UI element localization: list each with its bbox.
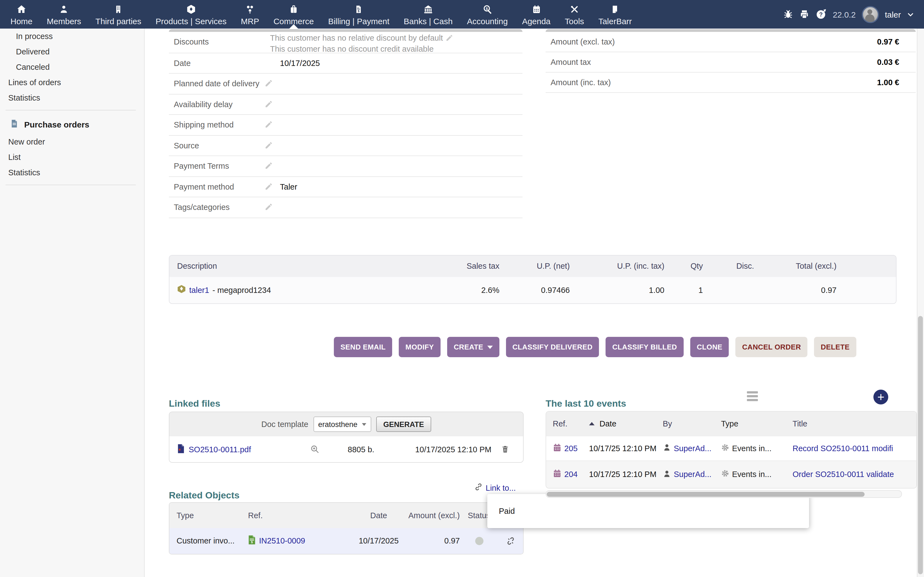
sidebar-item-lines-of-orders[interactable]: Lines of orders (0, 75, 144, 90)
create-button[interactable]: CREATE (447, 337, 499, 357)
event-title-link[interactable]: Order SO2510-0011 validate (793, 470, 894, 479)
third-parties-icon (114, 4, 123, 15)
event-ref-link[interactable]: 204 (564, 470, 577, 479)
chevron-down-icon[interactable] (907, 11, 914, 18)
trash-icon[interactable] (491, 445, 519, 454)
field-row-source: Source (169, 135, 522, 156)
event-ref-link[interactable]: 205 (564, 444, 577, 453)
field-row-planned-delivery: Planned date of delivery (169, 74, 522, 94)
status-tooltip: Paid (487, 494, 809, 528)
col-header-total: Total (excl.) (758, 262, 841, 271)
edit-pencil-icon[interactable] (265, 100, 273, 110)
list-icon[interactable] (747, 391, 758, 401)
related-objects-table: Type Ref. Date Amount (excl.) Status Cus… (169, 502, 523, 554)
doc-template-select[interactable]: eratosthene (313, 417, 371, 432)
nav-item-home[interactable]: Home (3, 0, 40, 29)
event-row: 204 10/17/25 12:10 PM SuperAd... Events … (546, 461, 916, 488)
col-header-title[interactable]: Title (793, 419, 916, 428)
print-icon[interactable] (799, 9, 809, 19)
field-label: Payment Terms (174, 156, 229, 176)
left-sidebar: In process Delivered Canceled Lines of o… (0, 29, 145, 577)
related-amount: 0.97 (413, 537, 460, 545)
sidebar-section-purchase-orders[interactable]: Purchase orders (0, 115, 144, 134)
related-header-row: Type Ref. Date Amount (excl.) Status (170, 503, 523, 528)
file-size: 8805 b. (330, 445, 374, 454)
col-header-by[interactable]: By (663, 419, 721, 428)
nav-item-tools[interactable]: Tools (558, 0, 591, 29)
link-to-action[interactable]: Link to... (474, 482, 516, 493)
related-ref-link[interactable]: IN2510-0009 (259, 537, 305, 545)
nav-label: Members (47, 16, 81, 26)
add-event-button[interactable]: + (873, 390, 888, 405)
event-user-link[interactable]: SuperAd... (674, 470, 711, 479)
nav-item-products-services[interactable]: Products | Services (149, 0, 234, 29)
linked-files-title: Linked files (169, 398, 220, 409)
edit-pencil-icon[interactable] (446, 34, 454, 44)
edit-pencil-icon[interactable] (265, 120, 273, 131)
classify-delivered-button[interactable]: CLASSIFY DELIVERED (506, 337, 599, 357)
nav-item-commerce[interactable]: Commerce (266, 0, 321, 29)
agenda-icon (531, 4, 541, 15)
nav-item-mrp[interactable]: MRP (234, 0, 267, 29)
sidebar-section-label: Purchase orders (24, 120, 89, 129)
event-type-cell: Events in... (721, 469, 793, 479)
members-icon (59, 4, 69, 15)
amount-row-inc-tax: Amount (inc. tax) 1.00 € (546, 72, 916, 93)
sidebar-item-in-process[interactable]: In process (0, 29, 144, 44)
help-icon[interactable]: ? (816, 9, 827, 20)
edit-pencil-icon[interactable] (265, 161, 273, 172)
events-title: The last 10 events (546, 398, 626, 409)
related-ref-cell: $ IN2510-0009 (248, 535, 344, 546)
field-label: Date (174, 53, 191, 73)
amount-row-tax: Amount tax 0.03 € (546, 52, 916, 72)
edit-pencil-icon[interactable] (265, 203, 273, 213)
zoom-plus-icon[interactable] (300, 445, 330, 454)
classify-billed-button[interactable]: CLASSIFY BILLED (606, 337, 684, 357)
event-title-link[interactable]: Record SO2510-0011 modifi (793, 444, 893, 453)
mrp-icon (245, 4, 255, 15)
sidebar-item-canceled[interactable]: Canceled (0, 60, 144, 75)
nav-item-banks-cash[interactable]: Banks | Cash (397, 0, 460, 29)
edit-pencil-icon[interactable] (265, 182, 273, 193)
unlink-icon[interactable] (498, 536, 523, 546)
field-label: Shipping method (174, 115, 234, 135)
field-row-discounts: Discounts This customer has no relative … (169, 32, 522, 53)
cancel-order-button[interactable]: CANCEL ORDER (736, 337, 808, 357)
generate-button[interactable]: GENERATE (376, 417, 431, 432)
modify-button[interactable]: MODIFY (399, 337, 441, 357)
nav-item-billing-payment[interactable]: $ Billing | Payment (321, 0, 397, 29)
user-name[interactable]: taler (885, 10, 901, 19)
event-ref-cell: 204 (553, 469, 589, 480)
edit-pencil-icon[interactable] (265, 141, 273, 152)
nav-item-accounting[interactable]: $ Accounting (460, 0, 515, 29)
amount-value: 0.97 € (877, 32, 899, 52)
vertical-scrollbar-thumb[interactable] (918, 316, 923, 574)
event-user-link[interactable]: SuperAd... (674, 444, 711, 453)
user-avatar[interactable] (862, 6, 879, 23)
clone-button[interactable]: CLONE (690, 337, 729, 357)
col-header-ref[interactable]: Ref. (553, 419, 589, 428)
col-header-date[interactable]: Date (589, 419, 663, 428)
edit-pencil-icon[interactable] (265, 79, 273, 90)
nav-item-members[interactable]: Members (40, 0, 88, 29)
sidebar-item-statistics-purchase[interactable]: Statistics (0, 165, 144, 180)
col-header-date: Date (344, 511, 413, 520)
nav-label: Third parties (95, 16, 141, 26)
delete-button[interactable]: DELETE (814, 337, 856, 357)
svg-text:$: $ (358, 9, 360, 13)
bug-icon[interactable] (783, 9, 793, 19)
sidebar-item-new-order[interactable]: New order (0, 134, 144, 150)
sidebar-item-statistics-sales[interactable]: Statistics (0, 90, 144, 105)
nav-item-third-parties[interactable]: Third parties (88, 0, 149, 29)
send-email-button[interactable]: SEND EMAIL (334, 337, 392, 357)
file-name-link[interactable]: SO2510-0011.pdf (189, 445, 251, 454)
horizontal-scrollbar-thumb[interactable] (547, 492, 864, 496)
col-header-up-net: U.P. (net) (504, 262, 574, 271)
nav-item-talerbarr[interactable]: TalerBarr (591, 0, 639, 29)
col-header-type[interactable]: Type (721, 419, 793, 428)
nav-item-agenda[interactable]: Agenda (515, 0, 557, 29)
chevron-down-icon (487, 345, 493, 349)
sidebar-item-list[interactable]: List (0, 150, 144, 165)
sidebar-item-delivered[interactable]: Delivered (0, 44, 144, 60)
product-ref-link[interactable]: taler1 (189, 286, 209, 295)
